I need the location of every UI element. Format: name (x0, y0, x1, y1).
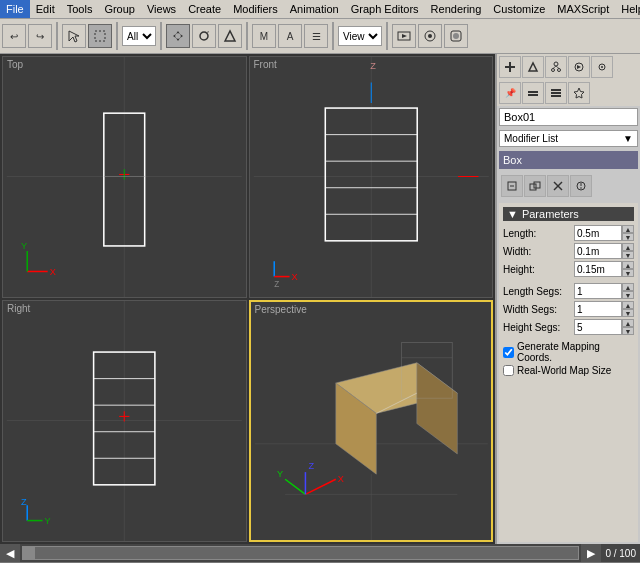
svg-point-6 (453, 33, 459, 39)
height-segs-input-group: 5 ▲ ▼ (574, 319, 634, 335)
remove-modifier-icon[interactable] (547, 175, 569, 197)
svg-line-66 (556, 66, 559, 69)
width-segs-up-button[interactable]: ▲ (622, 301, 634, 309)
mapping-coords-checkbox[interactable] (503, 347, 514, 358)
array-button[interactable]: ☰ (304, 24, 328, 48)
modifier-list-dropdown[interactable]: Modifier List ▼ (499, 130, 638, 147)
viewport-front[interactable]: Front X Z Z X (249, 56, 494, 298)
svg-rect-78 (534, 182, 540, 188)
menu-file[interactable]: File (0, 0, 30, 18)
render-setup-button[interactable] (418, 24, 442, 48)
menu-graph-editors[interactable]: Graph Editors (345, 0, 425, 18)
pin-stack-icon[interactable] (501, 175, 523, 197)
menu-help[interactable]: Help (615, 0, 640, 18)
svg-text:Z: Z (370, 61, 376, 71)
menu-rendering[interactable]: Rendering (425, 0, 488, 18)
width-down-button[interactable]: ▼ (622, 251, 634, 259)
menu-views[interactable]: Views (141, 0, 182, 18)
rp-options-icon[interactable] (568, 82, 590, 104)
select-rotate-button[interactable] (192, 24, 216, 48)
menu-customize[interactable]: Customize (487, 0, 551, 18)
real-world-label: Real-World Map Size (517, 365, 611, 376)
svg-marker-47 (416, 363, 457, 454)
timeline-right-arrow[interactable]: ▶ (581, 544, 601, 562)
real-world-checkbox[interactable] (503, 365, 514, 376)
height-down-button[interactable]: ▼ (622, 269, 634, 277)
svg-text:Z: Z (308, 461, 314, 471)
viewport-perspective[interactable]: Perspective X Y (249, 300, 494, 542)
viewport-front-label: Front (254, 59, 277, 70)
menu-modifiers[interactable]: Modifiers (227, 0, 284, 18)
filter-select[interactable]: All (122, 26, 156, 46)
material-editor-button[interactable] (444, 24, 468, 48)
view-select[interactable]: View (338, 26, 382, 46)
width-input[interactable]: 0.1m (574, 243, 622, 259)
height-up-button[interactable]: ▲ (622, 261, 634, 269)
modifier-stack-item[interactable]: Box (499, 151, 638, 169)
rp-modify-icon[interactable] (522, 56, 544, 78)
menu-create[interactable]: Create (182, 0, 227, 18)
align-button[interactable]: A (278, 24, 302, 48)
menu-edit[interactable]: Edit (30, 0, 61, 18)
object-name[interactable]: Box01 (499, 108, 638, 126)
width-segs-down-button[interactable]: ▼ (622, 309, 634, 317)
select-object-button[interactable] (62, 24, 86, 48)
length-input[interactable]: 0.5m (574, 225, 622, 241)
select-move-button[interactable] (166, 24, 190, 48)
viewport-right-label: Right (7, 303, 30, 314)
rp-pin-icon[interactable]: 📌 (499, 82, 521, 104)
render-button[interactable] (392, 24, 416, 48)
length-segs-input[interactable]: 1 (574, 283, 622, 299)
timeline-thumb[interactable] (23, 547, 35, 559)
toolbar: ↩ ↪ All M A ☰ View (0, 18, 640, 54)
width-up-button[interactable]: ▲ (622, 243, 634, 251)
svg-text:X: X (291, 272, 297, 282)
timeline-left-arrow[interactable]: ◀ (0, 544, 20, 562)
height-label: Height: (503, 264, 574, 275)
select-scale-button[interactable] (218, 24, 242, 48)
height-segs-input[interactable]: 5 (574, 319, 622, 335)
rp-display-icon[interactable] (591, 56, 613, 78)
menu-tools[interactable]: Tools (61, 0, 99, 18)
svg-point-83 (580, 187, 582, 189)
length-down-button[interactable]: ▼ (622, 233, 634, 241)
toolbar-separator-4 (246, 22, 248, 50)
svg-rect-72 (551, 89, 561, 91)
width-segs-input[interactable]: 1 (574, 301, 622, 317)
timeline-bar[interactable] (22, 546, 579, 560)
make-unique-icon[interactable] (524, 175, 546, 197)
length-segs-down-button[interactable]: ▼ (622, 291, 634, 299)
svg-text:X: X (337, 474, 343, 484)
svg-rect-70 (528, 91, 538, 93)
redo-button[interactable]: ↪ (28, 24, 52, 48)
configure-modifier-icon[interactable] (570, 175, 592, 197)
menu-maxscript[interactable]: MAXScript (551, 0, 615, 18)
undo-button[interactable]: ↩ (2, 24, 26, 48)
rp-create-icon[interactable] (499, 56, 521, 78)
height-segs-up-button[interactable]: ▲ (622, 319, 634, 327)
viewport-right[interactable]: Right Y Z (2, 300, 247, 542)
width-spinner: ▲ ▼ (622, 243, 634, 259)
menu-animation[interactable]: Animation (284, 0, 345, 18)
rp-icon-row-2: 📌 (497, 80, 640, 106)
rp-hierarchy-icon[interactable] (545, 56, 567, 78)
height-input[interactable]: 0.15m (574, 261, 622, 277)
viewport-top[interactable]: Top X Y (2, 56, 247, 298)
svg-point-1 (200, 32, 208, 40)
params-collapse-icon[interactable]: ▼ (507, 208, 518, 220)
rp-stack-icon[interactable] (522, 82, 544, 104)
height-input-group: 0.15m ▲ ▼ (574, 261, 634, 277)
length-segs-up-button[interactable]: ▲ (622, 283, 634, 291)
rp-configure-icon[interactable] (545, 82, 567, 104)
length-up-button[interactable]: ▲ (622, 225, 634, 233)
viewport-perspective-label: Perspective (255, 304, 307, 315)
svg-text:Y: Y (277, 469, 283, 479)
viewport-front-svg: X Z Z X (250, 57, 493, 297)
menu-group[interactable]: Group (98, 0, 141, 18)
select-region-button[interactable] (88, 24, 112, 48)
height-segs-down-button[interactable]: ▼ (622, 327, 634, 335)
svg-point-62 (554, 62, 558, 66)
mirror-button[interactable]: M (252, 24, 276, 48)
rp-motion-icon[interactable] (568, 56, 590, 78)
svg-point-4 (428, 34, 432, 38)
